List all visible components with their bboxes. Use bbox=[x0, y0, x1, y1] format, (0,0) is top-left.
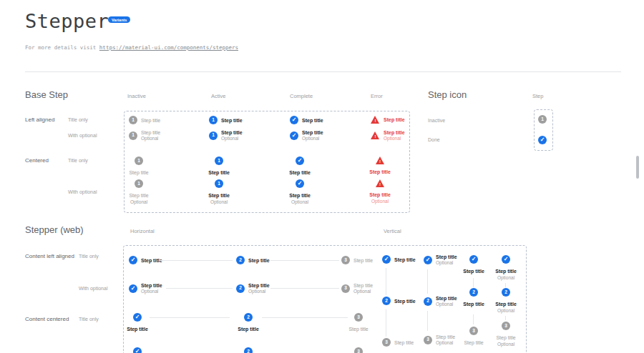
step-connector bbox=[386, 268, 386, 295]
step-connector bbox=[150, 317, 230, 318]
step-item: 3 Step title Optional bbox=[341, 282, 373, 294]
step-optional-label: Optional bbox=[141, 136, 160, 141]
step-item: 1 Step title Optional bbox=[209, 129, 243, 141]
step-item: 1 Step title bbox=[209, 116, 243, 124]
step-title-label: Step title bbox=[127, 326, 148, 332]
step-number-icon: 2 bbox=[236, 256, 245, 264]
step-title-label: Step title bbox=[463, 268, 484, 274]
step-number-icon: 1 bbox=[209, 116, 218, 124]
step-icon-heading: Step icon bbox=[428, 89, 467, 100]
variant-label-title-only: Title only bbox=[79, 317, 99, 322]
step-title-label: Step title bbox=[289, 169, 311, 176]
step-title-label: Step title bbox=[463, 301, 484, 307]
step-connector bbox=[427, 269, 428, 294]
step-number-icon: 2 bbox=[244, 313, 253, 322]
step-title-label: Step title bbox=[141, 129, 160, 136]
step-number-icon: 2 bbox=[236, 284, 245, 293]
step-title-label: Step title bbox=[141, 117, 160, 124]
step-title-label: Step title bbox=[353, 257, 373, 264]
step-connector bbox=[505, 316, 506, 320]
step-title-label: Step title bbox=[495, 301, 517, 307]
step-title-label: Step title bbox=[289, 192, 311, 199]
scrollbar-thumb[interactable] bbox=[636, 156, 639, 179]
step-check-icon: ✓ bbox=[424, 256, 432, 264]
step-title-label: Step title bbox=[348, 326, 368, 332]
step-title-label: Step title bbox=[238, 326, 259, 332]
subtitle-link[interactable]: https://material-ui.com/components/stepp… bbox=[99, 44, 238, 51]
error-warning-icon: ! bbox=[376, 179, 385, 187]
step-check-icon: ✓ bbox=[538, 136, 547, 144]
row-group-left-aligned: Left aligned bbox=[25, 116, 54, 123]
step-optional-label: Optional bbox=[497, 308, 514, 314]
row-group-centered: Centered bbox=[25, 157, 49, 164]
step-title-label: Step title bbox=[394, 257, 416, 263]
step-check-icon: ✓ bbox=[502, 255, 510, 264]
step-item: 1 Step title bbox=[129, 116, 160, 124]
step-connector bbox=[473, 314, 474, 324]
step-optional-label: Optional bbox=[353, 289, 373, 294]
subtitle: For more details visit https://material-… bbox=[25, 44, 238, 51]
step-title-label: Step title bbox=[495, 268, 517, 274]
error-warning-icon: ! bbox=[371, 131, 380, 139]
step-number-icon: 2 bbox=[469, 288, 478, 297]
step-item: ✓ Step title bbox=[116, 313, 159, 332]
step-number-icon: 3 bbox=[469, 327, 478, 335]
step-title-label: Step title bbox=[302, 117, 323, 124]
step-title-label: Step title bbox=[496, 334, 515, 341]
stepper-web-heading: Stepper (web) bbox=[25, 224, 84, 235]
step-number-icon: 3 bbox=[341, 284, 350, 293]
step-title-label: Step title bbox=[464, 339, 483, 346]
step-item: 2 Step title bbox=[236, 256, 270, 264]
column-header-vertical: Vertical bbox=[384, 228, 401, 234]
step-optional-label: Optional bbox=[130, 199, 147, 205]
step-connector bbox=[159, 260, 233, 261]
step-item: ! Step title Optional bbox=[371, 129, 405, 141]
step-title-label: Step title bbox=[302, 129, 323, 136]
step-title-label: Step title bbox=[248, 257, 270, 264]
column-header-step: Step bbox=[532, 93, 543, 99]
step-title-label: Step title bbox=[221, 129, 243, 136]
step-connector bbox=[262, 317, 348, 318]
step-connector bbox=[427, 311, 428, 331]
step-item: ✓ Step title Optional bbox=[278, 179, 321, 205]
step-optional-label: Optional bbox=[384, 136, 405, 141]
step-title-label: Step title bbox=[394, 339, 414, 346]
variant-label-with-optional: With optional bbox=[68, 133, 97, 138]
step-title-label: Step title bbox=[394, 298, 416, 304]
step-item: 1 Step title Optional bbox=[117, 179, 160, 205]
step-check-icon: ✓ bbox=[296, 179, 304, 188]
step-number-icon: 1 bbox=[209, 131, 218, 140]
variant-label-with-optional: With optional bbox=[79, 286, 107, 291]
step-connector bbox=[386, 309, 386, 337]
step-title-label: Step title bbox=[248, 282, 270, 289]
step-item: ✓ Step title Optional bbox=[290, 129, 323, 141]
step-number-icon: 1 bbox=[135, 179, 143, 188]
step-item: 2 Step title Optional bbox=[236, 282, 270, 294]
step-item: ! Step title Optional bbox=[358, 179, 401, 204]
header-divider bbox=[25, 71, 621, 72]
step-number-icon: 1 bbox=[538, 115, 547, 124]
step-check-icon: ✓ bbox=[133, 313, 142, 322]
step-number-icon: 3 bbox=[341, 256, 350, 264]
step-connector bbox=[270, 260, 339, 261]
step-title-label: Step title bbox=[129, 192, 148, 199]
step-optional-label: Optional bbox=[497, 342, 514, 347]
step-number-icon: 1 bbox=[215, 156, 223, 165]
step-item: 3 Step title bbox=[382, 338, 414, 347]
step-number-icon: 3 bbox=[382, 338, 391, 347]
variant-label-title-only: Title only bbox=[68, 158, 88, 163]
step-check-icon: ✓ bbox=[382, 255, 391, 264]
step-optional-label: Optional bbox=[210, 199, 228, 205]
step-check-icon: ✓ bbox=[296, 156, 304, 165]
step-item: ✓ Step title bbox=[382, 255, 416, 264]
step-optional-label: Optional bbox=[141, 289, 162, 294]
step-item: 2 Step title bbox=[227, 313, 270, 332]
variants-badge: Variants bbox=[108, 16, 130, 23]
step-check-icon: ✓ bbox=[469, 255, 478, 264]
step-optional-label: Optional bbox=[371, 199, 389, 204]
column-header-inactive: Inactive bbox=[127, 93, 146, 99]
step-title-label: Step title bbox=[221, 117, 243, 124]
step-number-icon: 2 bbox=[382, 297, 391, 305]
row-label-inactive: Inactive bbox=[428, 118, 445, 123]
step-item: 3 Step title bbox=[337, 313, 380, 332]
